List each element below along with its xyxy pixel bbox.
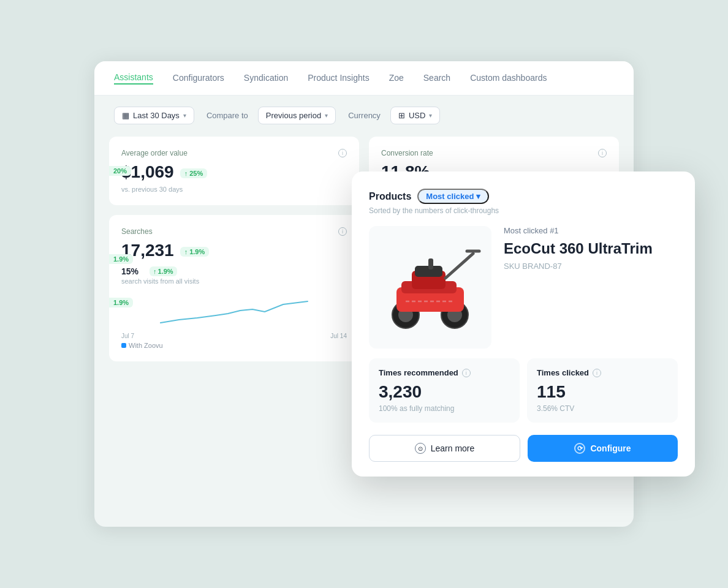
- popup-title: Products: [369, 191, 411, 202]
- product-name: EcoCut 360 UltraTrim: [504, 240, 678, 258]
- currency-label: Currency: [348, 111, 381, 120]
- recommended-label: Times recommended: [379, 368, 458, 377]
- conversion-label: Conversion rate i: [381, 149, 607, 157]
- previous-period-label: Previous period: [266, 111, 321, 120]
- currency-value: USD: [409, 111, 425, 120]
- clicked-sub: 3.56% CTV: [537, 404, 668, 413]
- chevron-down-icon: ▾: [183, 112, 186, 119]
- chevron-down-icon-4: ▾: [476, 192, 480, 201]
- searches-legend-dot: [121, 343, 126, 348]
- toolbar: ▦ Last 30 Days ▾ Compare to Previous per…: [94, 96, 634, 132]
- product-info: Most clicked #1 EcoCut 360 UltraTrim SKU…: [504, 226, 678, 282]
- nav-assistants[interactable]: Assistants: [114, 72, 153, 85]
- recommended-sub: 100% as fully matching: [379, 404, 510, 413]
- date-range-label: Last 30 Days: [133, 111, 180, 120]
- avg-order-label: Average order value i: [121, 149, 347, 157]
- searches-secondary-badge: ↑ 1.9%: [150, 266, 177, 276]
- main-card: Assistants Configurators Syndication Pro…: [94, 61, 634, 527]
- calendar-icon: ▦: [122, 111, 129, 120]
- searches-sparkline: [121, 292, 347, 329]
- nav-search[interactable]: Search: [423, 73, 450, 84]
- recommended-label-row: Times recommended i: [379, 368, 510, 377]
- product-image-area: [369, 226, 491, 349]
- chevron-down-icon-2: ▾: [325, 112, 328, 119]
- searches-secondary-value: 15%: [121, 266, 138, 276]
- svg-rect-10: [428, 258, 433, 270]
- currency-button[interactable]: ⊞ USD ▾: [390, 107, 440, 124]
- compare-to-label: Compare to: [207, 111, 248, 120]
- nav-configurators[interactable]: Configurators: [173, 73, 224, 84]
- arrow-up-icon: ↑: [184, 170, 188, 177]
- times-recommended-box: Times recommended i 3,230 100% as fully …: [369, 358, 520, 423]
- avg-order-info-icon[interactable]: i: [338, 149, 347, 157]
- times-clicked-box: Times clicked i 115 3.56% CTV: [527, 358, 678, 423]
- searches-secondary-row: 15% ↑ 1.9%: [121, 266, 347, 276]
- avg-order-card: 20% Average order value i $1,069 ↑ 25% v…: [109, 137, 359, 205]
- compass-icon: ⊙: [415, 443, 426, 454]
- searches-chart-footer: Jul 7 Jul 14: [121, 333, 347, 339]
- searches-chart: [121, 292, 347, 329]
- configure-button[interactable]: ⟳ Configure: [528, 435, 678, 462]
- configure-icon: ⟳: [574, 443, 585, 454]
- searches-label: Searches i: [121, 227, 347, 236]
- clicked-label: Times clicked: [537, 368, 589, 377]
- popup-body: Most clicked #1 EcoCut 360 UltraTrim SKU…: [369, 226, 678, 349]
- avg-order-badge: ↑ 25%: [180, 168, 208, 178]
- avg-order-side-badge: 20%: [109, 166, 131, 176]
- nav-product-insights[interactable]: Product Insights: [308, 73, 369, 84]
- most-clicked-label: Most clicked: [426, 192, 474, 201]
- rank-label: Most clicked #1: [504, 226, 678, 235]
- searches-side-badge2: 1.9%: [109, 298, 133, 307]
- stats-row: Times recommended i 3,230 100% as fully …: [369, 358, 678, 423]
- date-range-button[interactable]: ▦ Last 30 Days ▾: [114, 107, 194, 124]
- searches-date-right: Jul 14: [330, 333, 347, 339]
- nav-custom-dashboards[interactable]: Custom dashboards: [470, 73, 547, 84]
- searches-legend: With Zoovu: [121, 342, 347, 349]
- searches-secondary-sub: search visits from all visits: [121, 277, 347, 285]
- popup-header: Products Most clicked ▾: [369, 189, 678, 204]
- svg-line-8: [446, 254, 473, 278]
- searches-value-row: 17,231 ↑ 1.9%: [121, 241, 347, 263]
- popup-subtitle: Sorted by the numbers of click-throughs: [369, 206, 678, 215]
- clicked-value: 115: [537, 382, 668, 402]
- searches-badge: ↑ 1.9%: [180, 247, 210, 257]
- most-clicked-badge[interactable]: Most clicked ▾: [417, 189, 489, 204]
- arrow-up-icon-3: ↑: [153, 268, 157, 275]
- avg-order-sub: vs. previous 30 days: [121, 186, 347, 193]
- searches-side-badge: 1.9%: [109, 254, 133, 264]
- previous-period-button[interactable]: Previous period ▾: [258, 107, 336, 124]
- avg-order-value-row: $1,069 ↑ 25%: [121, 162, 347, 184]
- recommended-info-icon[interactable]: i: [462, 369, 471, 377]
- lawnmower-image: [378, 235, 482, 339]
- outer-wrapper: Assistants Configurators Syndication Pro…: [0, 0, 728, 588]
- recommended-value: 3,230: [379, 382, 510, 402]
- learn-more-button[interactable]: ⊙ Learn more: [369, 435, 520, 462]
- searches-legend-label: With Zoovu: [129, 342, 163, 349]
- arrow-up-icon-2: ↑: [184, 248, 188, 255]
- product-sku: SKU BRAND-87: [504, 262, 678, 271]
- popup-card: Products Most clicked ▾ Sorted by the nu…: [352, 172, 695, 477]
- nav-zoe[interactable]: Zoe: [389, 73, 404, 84]
- conversion-info-icon[interactable]: i: [598, 149, 607, 157]
- searches-info-icon[interactable]: i: [338, 227, 347, 236]
- chevron-down-icon-3: ▾: [429, 112, 432, 119]
- clicked-info-icon[interactable]: i: [593, 369, 601, 377]
- popup-actions: ⊙ Learn more ⟳ Configure: [369, 435, 678, 462]
- searches-date-left: Jul 7: [121, 333, 134, 339]
- nav-syndication[interactable]: Syndication: [244, 73, 288, 84]
- clicked-label-row: Times clicked i: [537, 368, 668, 377]
- currency-icon: ⊞: [398, 111, 405, 120]
- searches-card: 1.9% 1.9% Searches i 17,231 ↑ 1.9% 15%: [109, 215, 359, 361]
- nav-bar: Assistants Configurators Syndication Pro…: [94, 61, 634, 96]
